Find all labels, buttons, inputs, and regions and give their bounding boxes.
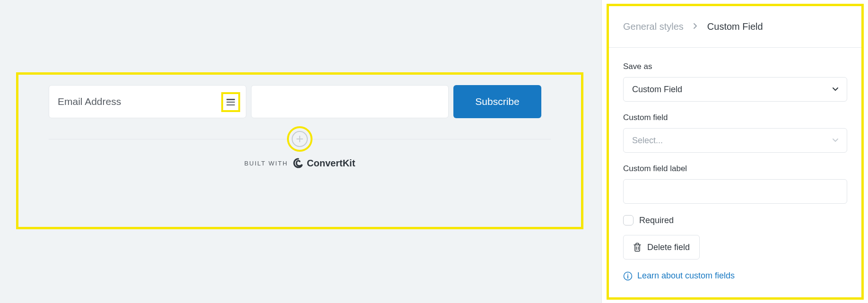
breadcrumb-current: Custom Field bbox=[707, 21, 763, 32]
field-drag-handle[interactable] bbox=[221, 92, 240, 112]
hamburger-icon bbox=[226, 99, 235, 105]
custom-field-label: Custom field bbox=[623, 113, 847, 122]
highlighted-form-region: Email Address Subscribe bbox=[16, 72, 583, 229]
field-label-label: Custom field label bbox=[623, 164, 847, 173]
chevron-down-icon bbox=[832, 136, 839, 145]
custom-field-select[interactable]: Select... bbox=[623, 128, 847, 153]
add-element-button[interactable] bbox=[287, 126, 312, 152]
breadcrumb-general-styles[interactable]: General styles bbox=[623, 21, 684, 32]
save-as-label: Save as bbox=[623, 62, 847, 71]
trash-icon bbox=[633, 242, 642, 252]
chevron-right-icon bbox=[693, 23, 698, 31]
settings-panel: General styles Custom Field Save as Cust… bbox=[601, 0, 868, 303]
convertkit-text: ConvertKit bbox=[307, 158, 355, 169]
learn-link[interactable]: Learn about custom fields bbox=[623, 271, 847, 281]
save-as-select[interactable]: Custom Field bbox=[623, 77, 847, 102]
info-icon bbox=[623, 271, 633, 281]
delete-field-button[interactable]: Delete field bbox=[623, 235, 700, 260]
svg-point-3 bbox=[627, 274, 628, 275]
custom-field-input[interactable] bbox=[251, 85, 449, 118]
subscribe-button[interactable]: Subscribe bbox=[453, 85, 541, 118]
plus-icon bbox=[292, 131, 308, 147]
chevron-down-icon bbox=[832, 85, 839, 94]
breadcrumb: General styles Custom Field bbox=[609, 6, 861, 48]
panel-body[interactable]: Save as Custom Field Custom field Select… bbox=[609, 48, 861, 296]
convertkit-logo[interactable]: ConvertKit bbox=[293, 157, 355, 169]
convertkit-swirl-icon bbox=[293, 157, 304, 169]
form-preview-area: Email Address Subscribe bbox=[0, 7, 601, 303]
email-placeholder-text: Email Address bbox=[58, 96, 121, 107]
required-checkbox[interactable] bbox=[623, 215, 634, 225]
built-with-footer: BUILT WITH ConvertKit bbox=[18, 157, 581, 169]
form-fields-row: Email Address Subscribe bbox=[49, 85, 541, 118]
built-with-label: BUILT WITH bbox=[244, 160, 288, 167]
required-label: Required bbox=[639, 216, 674, 225]
field-label-input[interactable] bbox=[623, 179, 847, 204]
required-checkbox-row[interactable]: Required bbox=[623, 215, 847, 225]
form-divider bbox=[49, 130, 551, 148]
email-field[interactable]: Email Address bbox=[49, 85, 246, 118]
highlighted-panel-region: General styles Custom Field Save as Cust… bbox=[607, 4, 864, 300]
